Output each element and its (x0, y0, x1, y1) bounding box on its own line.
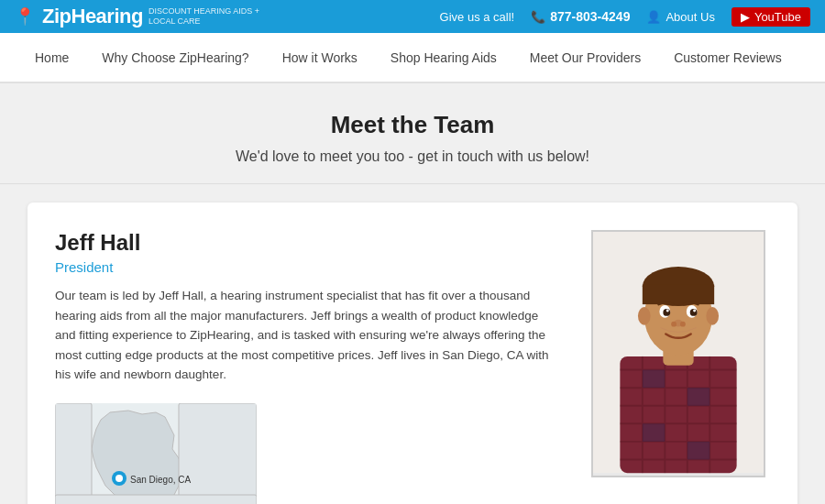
nav-reviews[interactable]: Customer Reviews (657, 32, 798, 82)
svg-rect-20 (643, 423, 665, 442)
call-label: Give us a call! (440, 10, 515, 24)
top-bar-right: Give us a call! 📞 877-803-4249 👤 About U… (440, 7, 810, 27)
svg-text:San Diego, CA: San Diego, CA (130, 475, 191, 485)
nav-why[interactable]: Why Choose ZipHearing? (85, 32, 265, 82)
svg-point-35 (671, 322, 676, 327)
svg-rect-18 (643, 370, 665, 389)
phone-icon: 📞 (531, 10, 545, 24)
about-link[interactable]: 👤 About Us (646, 10, 714, 24)
svg-rect-0 (55, 403, 92, 504)
hero-section: Meet the Team We'd love to meet you too … (0, 83, 825, 184)
svg-rect-1 (179, 403, 257, 504)
youtube-icon: ▶ (741, 10, 750, 24)
member-name: Jeff Hall (55, 230, 568, 256)
svg-point-32 (666, 310, 669, 312)
photo-frame (591, 230, 765, 477)
nav-home[interactable]: Home (18, 32, 85, 82)
member-title: President (55, 259, 568, 275)
user-icon: 👤 (646, 10, 661, 24)
top-bar: 📍 ZipHearing DISCOUNT HEARING AIDS + LOC… (0, 0, 825, 33)
team-card-right (587, 230, 770, 504)
svg-rect-2 (55, 495, 257, 504)
hero-title: Meet the Team (18, 111, 807, 139)
team-card: Jeff Hall President Our team is led by J… (28, 203, 798, 504)
svg-point-26 (638, 307, 651, 325)
map-svg: San Diego, CA (55, 403, 257, 504)
svg-point-4 (116, 475, 123, 482)
nav-providers[interactable]: Meet Our Providers (513, 32, 657, 82)
svg-rect-19 (688, 388, 710, 406)
svg-point-27 (706, 307, 719, 325)
svg-point-36 (680, 322, 686, 327)
phone-number: 877-803-4249 (550, 9, 630, 24)
nav-how[interactable]: How it Works (266, 32, 374, 82)
person-illustration (593, 230, 764, 476)
svg-rect-25 (643, 285, 714, 305)
nav-shop[interactable]: Shop Hearing Aids (374, 32, 513, 82)
nav-bar: Home Why Choose ZipHearing? How it Works… (0, 33, 825, 83)
hero-subtitle: We'd love to meet you too - get in touch… (18, 148, 807, 165)
pin-icon: 📍 (15, 6, 35, 27)
team-card-left: Jeff Hall President Our team is led by J… (55, 230, 568, 504)
svg-rect-21 (688, 442, 710, 460)
svg-rect-7 (620, 356, 736, 473)
member-bio: Our team is led by Jeff Hall, a hearing … (55, 286, 550, 385)
logo-text[interactable]: ZipHearing (42, 5, 143, 28)
map-area: San Diego, CA (55, 403, 257, 504)
logo-area: 📍 ZipHearing DISCOUNT HEARING AIDS + LOC… (15, 5, 259, 28)
youtube-link[interactable]: ▶ YouTube (732, 7, 810, 27)
phone-link[interactable]: 📞 877-803-4249 (531, 9, 630, 24)
main-content: Jeff Hall President Our team is led by J… (0, 184, 825, 504)
svg-point-33 (693, 310, 696, 312)
logo-subtext: DISCOUNT HEARING AIDS + LOCAL CARE (148, 6, 259, 27)
